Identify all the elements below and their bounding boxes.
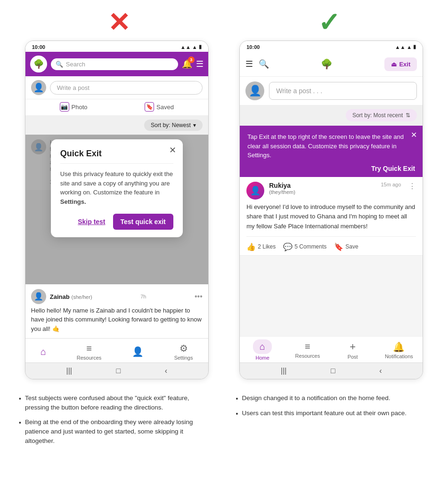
right-author-name: Rukiya: [269, 182, 376, 189]
right-logo-emoji: 🌳: [321, 58, 333, 70]
right-post-menu-icon[interactable]: ⋮: [408, 182, 416, 191]
right-phone: 10:00 ▲▲ ▲ ▮ ☰ 🔍 🌳: [239, 40, 423, 379]
left-signal-icon: ▲▲: [180, 44, 191, 50]
modal-actions: Skip test Test quick exit: [60, 214, 173, 230]
right-nav-resources[interactable]: ≡ Resources: [294, 341, 320, 359]
right-bullet-2: • Users can test this important feature …: [236, 409, 430, 419]
right-nav-post[interactable]: + Post: [340, 341, 366, 360]
left-photo-btn[interactable]: 📷 Photo: [60, 102, 88, 112]
skip-test-link[interactable]: Skip test: [78, 218, 105, 225]
try-quick-exit-link[interactable]: Try Quick Exit: [247, 165, 415, 172]
home-nav-icon-right: ⌂: [260, 341, 265, 352]
exit-button[interactable]: ⏏ Exit: [384, 57, 417, 71]
modal-body-bold: Settings.: [60, 198, 86, 205]
left-home-bar: ||| □ ‹: [25, 362, 208, 379]
right-recents-button[interactable]: |||: [281, 367, 286, 375]
left-status-bar: 10:00 ▲▲ ▲ ▮: [25, 41, 208, 52]
left-nav-home[interactable]: ⌂: [41, 346, 46, 357]
right-post-avatar: 👤: [246, 182, 264, 200]
right-author-meta: Rukiya (they/them): [269, 182, 376, 195]
right-status-icons: ▲▲ ▲ ▮: [395, 44, 416, 50]
comparison-header: ✕ ✓: [14, 9, 434, 36]
resources-nav-icon: ≡: [86, 343, 92, 354]
notifications-bell-icon: 🔔: [393, 341, 405, 353]
left-nav-resources[interactable]: ≡ Resources: [77, 343, 102, 361]
right-search-icon[interactable]: 🔍: [259, 59, 269, 69]
notifications-label: Notifications: [385, 353, 413, 359]
saved-icon: 🔖: [145, 102, 154, 112]
left-status-icons: ▲▲ ▲ ▮: [180, 44, 202, 50]
post-label-right: Post: [348, 354, 358, 360]
save-button[interactable]: 🔖 Save: [334, 242, 358, 251]
bullet-dot-2: •: [19, 418, 21, 446]
left-post-author-row: 👤 Zainab (she/her) 7h •••: [31, 289, 203, 304]
right-nav-notifications[interactable]: 🔔 Notifications: [385, 341, 413, 359]
left-logo: 🌳: [30, 56, 47, 72]
comment-button[interactable]: 💬 5 Comments: [283, 242, 326, 251]
home-button[interactable]: □: [116, 367, 121, 375]
left-phone: 10:00 ▲▲ ▲ ▮ 🌳 🔍 Search 🔔 3: [25, 40, 209, 379]
left-post-author-info: 👤 Zainab (she/her): [31, 289, 92, 304]
right-nav-home[interactable]: ⌂ Home: [250, 339, 276, 361]
left-saved-btn[interactable]: 🔖 Saved: [145, 102, 174, 112]
exit-button-label: Exit: [399, 61, 410, 68]
right-home-bar: ||| □ ‹: [240, 362, 423, 379]
right-post-card: 👤 Rukiya (they/them) 15m ago ⋮ Hi everyo…: [240, 177, 423, 256]
right-sort-bar: Sort by: Most recent ⇅: [240, 105, 423, 126]
right-back-button[interactable]: ‹: [379, 367, 382, 375]
banner-close-button[interactable]: ✕: [411, 130, 417, 139]
left-bullets-col: • Test subjects were confused about the …: [14, 394, 217, 450]
left-post-text: Hello hello! My name is Zainab and I cou…: [31, 306, 203, 334]
right-logo: 🌳: [318, 56, 335, 72]
left-post-menu-icon[interactable]: •••: [195, 292, 203, 301]
right-sort-btn[interactable]: Sort by: Most recent ⇅: [346, 109, 417, 121]
right-home-button[interactable]: □: [331, 367, 335, 375]
resources-label-right: Resources: [295, 353, 320, 359]
cross-icon: ✕: [108, 9, 130, 36]
quick-exit-overlay: ✕ Quick Exit Use this privacy feature to…: [25, 135, 208, 284]
right-bullets-col: • Design changed it to a notification on…: [231, 394, 434, 450]
home-nav-label: Home: [255, 355, 269, 361]
right-bullet-1-text: Design changed it to a notification on t…: [242, 394, 390, 404]
exit-button-icon: ⏏: [391, 61, 397, 68]
right-author-pronouns: (they/them): [269, 189, 376, 195]
like-button[interactable]: 👍 2 Likes: [246, 242, 276, 251]
back-button[interactable]: ‹: [165, 367, 167, 375]
left-nav-settings[interactable]: ⚙ Settings: [174, 343, 193, 361]
bottom-text-section: • Test subjects were confused about the …: [14, 394, 434, 450]
recents-button[interactable]: |||: [66, 367, 72, 375]
left-user-avatar: 👤: [31, 80, 46, 95]
left-bullet-2: • Being at the end of the onboarding the…: [19, 418, 212, 446]
right-post-author-row: 👤 Rukiya (they/them) 15m ago ⋮: [246, 182, 416, 200]
sort-arrow-icon: ▾: [193, 122, 196, 129]
main-container: ✕ ✓ 10:00 ▲▲ ▲ ▮ 🌳: [0, 0, 448, 465]
modal-close-button[interactable]: ✕: [169, 145, 176, 155]
photo-label: Photo: [72, 104, 88, 111]
phones-row: 10:00 ▲▲ ▲ ▮ 🌳 🔍 Search 🔔 3: [14, 40, 434, 379]
camera-icon: 📷: [60, 102, 69, 112]
check-icon: ✓: [318, 9, 340, 36]
hamburger-icon[interactable]: ☰: [196, 59, 204, 69]
right-wifi-icon: ▲: [407, 44, 412, 50]
left-write-post-input[interactable]: Write a post: [50, 81, 203, 95]
right-write-post-input[interactable]: Write a post . . .: [269, 82, 417, 100]
notification-badge: 3: [188, 56, 195, 63]
notification-banner: ✕ Tap Exit at the top right of the scree…: [240, 126, 423, 177]
test-quick-exit-button[interactable]: Test quick exit: [113, 214, 173, 230]
settings-nav-label: Settings: [174, 355, 193, 361]
right-menu-icon[interactable]: ☰: [245, 59, 253, 69]
bookmark-icon: 🔖: [334, 242, 343, 251]
left-nav-account[interactable]: 👤: [132, 346, 144, 357]
left-search-bar[interactable]: 🔍 Search: [51, 58, 178, 70]
left-sort-btn[interactable]: Sort by: Newest ▾: [144, 120, 203, 131]
left-app-header: 🌳 🔍 Search 🔔 3 ☰: [25, 52, 208, 76]
modal-body-text: Use this privacy feature to quickly exit…: [60, 170, 173, 196]
bullet-dot-4: •: [236, 409, 238, 419]
right-sort-arrows-icon: ⇅: [406, 112, 410, 119]
right-app-header: ☰ 🔍 🌳 ⏏ Exit: [240, 52, 423, 77]
right-header-icons: ☰ 🔍: [245, 59, 269, 69]
left-bullet-1: • Test subjects were confused about the …: [19, 394, 212, 413]
left-notification-bell-wrap[interactable]: 🔔 3: [182, 59, 192, 69]
resources-nav-label: Resources: [77, 355, 102, 361]
right-bullet-1: • Design changed it to a notification on…: [236, 394, 430, 404]
